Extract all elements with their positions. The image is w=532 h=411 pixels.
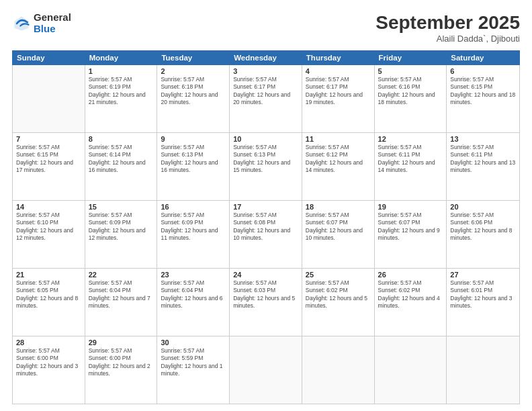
cal-header-friday: Friday bbox=[375, 51, 447, 64]
cal-header-sunday: Sunday bbox=[13, 51, 85, 64]
day-number: 2 bbox=[161, 67, 226, 75]
day-number: 16 bbox=[161, 203, 226, 211]
header: General Blue September 2025 Alaili Dadda… bbox=[12, 12, 520, 44]
day-number: 14 bbox=[16, 203, 81, 211]
cal-header-tuesday: Tuesday bbox=[157, 51, 230, 64]
cal-cell: 29Sunrise: 5:57 AM Sunset: 6:00 PM Dayli… bbox=[85, 336, 158, 404]
cal-cell: 8Sunrise: 5:57 AM Sunset: 6:14 PM Daylig… bbox=[85, 133, 158, 200]
day-number: 8 bbox=[89, 135, 154, 143]
day-info: Sunrise: 5:57 AM Sunset: 6:04 PM Dayligh… bbox=[89, 279, 154, 310]
cal-week-4: 21Sunrise: 5:57 AM Sunset: 6:05 PM Dayli… bbox=[13, 269, 519, 336]
day-info: Sunrise: 5:57 AM Sunset: 6:02 PM Dayligh… bbox=[378, 279, 443, 310]
cal-cell: 12Sunrise: 5:57 AM Sunset: 6:11 PM Dayli… bbox=[375, 133, 447, 200]
cal-cell: 14Sunrise: 5:57 AM Sunset: 6:10 PM Dayli… bbox=[13, 201, 85, 268]
title-block: September 2025 Alaili Dadda`, Djibouti bbox=[375, 12, 520, 44]
day-info: Sunrise: 5:57 AM Sunset: 6:02 PM Dayligh… bbox=[306, 279, 371, 310]
day-info: Sunrise: 5:57 AM Sunset: 6:18 PM Dayligh… bbox=[161, 76, 226, 107]
day-number: 13 bbox=[450, 135, 516, 143]
cal-header-thursday: Thursday bbox=[302, 51, 375, 64]
day-info: Sunrise: 5:57 AM Sunset: 6:13 PM Dayligh… bbox=[233, 144, 298, 175]
cal-week-3: 14Sunrise: 5:57 AM Sunset: 6:10 PM Dayli… bbox=[13, 201, 519, 269]
day-number: 7 bbox=[16, 135, 81, 143]
logo-icon bbox=[12, 14, 31, 33]
day-info: Sunrise: 5:57 AM Sunset: 6:06 PM Dayligh… bbox=[450, 212, 516, 242]
day-info: Sunrise: 5:57 AM Sunset: 6:15 PM Dayligh… bbox=[450, 76, 516, 107]
day-info: Sunrise: 5:57 AM Sunset: 6:05 PM Dayligh… bbox=[16, 279, 81, 310]
day-number: 27 bbox=[450, 271, 516, 279]
day-number: 30 bbox=[161, 338, 226, 347]
day-info: Sunrise: 5:57 AM Sunset: 6:13 PM Dayligh… bbox=[161, 144, 226, 175]
day-info: Sunrise: 5:57 AM Sunset: 6:01 PM Dayligh… bbox=[450, 279, 516, 310]
day-info: Sunrise: 5:57 AM Sunset: 6:15 PM Dayligh… bbox=[16, 144, 81, 175]
cal-cell: 22Sunrise: 5:57 AM Sunset: 6:04 PM Dayli… bbox=[85, 269, 158, 336]
cal-cell: 4Sunrise: 5:57 AM Sunset: 6:17 PM Daylig… bbox=[302, 65, 375, 132]
day-info: Sunrise: 5:57 AM Sunset: 5:59 PM Dayligh… bbox=[161, 347, 226, 378]
cal-cell: 16Sunrise: 5:57 AM Sunset: 6:09 PM Dayli… bbox=[157, 201, 230, 268]
day-info: Sunrise: 5:57 AM Sunset: 6:16 PM Dayligh… bbox=[378, 76, 443, 107]
day-number: 1 bbox=[89, 67, 154, 75]
cal-header-monday: Monday bbox=[85, 51, 158, 64]
day-number: 20 bbox=[450, 203, 516, 211]
cal-cell: 9Sunrise: 5:57 AM Sunset: 6:13 PM Daylig… bbox=[157, 133, 230, 200]
cal-cell: 20Sunrise: 5:57 AM Sunset: 6:06 PM Dayli… bbox=[447, 201, 519, 268]
day-info: Sunrise: 5:57 AM Sunset: 6:09 PM Dayligh… bbox=[161, 212, 226, 242]
cal-cell: 6Sunrise: 5:57 AM Sunset: 6:15 PM Daylig… bbox=[447, 65, 519, 132]
cal-cell bbox=[13, 65, 85, 132]
day-number: 3 bbox=[233, 67, 298, 75]
day-info: Sunrise: 5:57 AM Sunset: 6:09 PM Dayligh… bbox=[89, 212, 154, 242]
day-info: Sunrise: 5:57 AM Sunset: 6:11 PM Dayligh… bbox=[450, 144, 516, 175]
calendar-header-row: SundayMondayTuesdayWednesdayThursdayFrid… bbox=[12, 50, 520, 65]
cal-cell: 10Sunrise: 5:57 AM Sunset: 6:13 PM Dayli… bbox=[230, 133, 302, 200]
day-info: Sunrise: 5:57 AM Sunset: 6:04 PM Dayligh… bbox=[161, 279, 226, 310]
day-info: Sunrise: 5:57 AM Sunset: 6:03 PM Dayligh… bbox=[233, 279, 298, 310]
day-number: 29 bbox=[89, 338, 154, 347]
day-info: Sunrise: 5:57 AM Sunset: 6:12 PM Dayligh… bbox=[306, 144, 371, 175]
cal-cell bbox=[375, 336, 447, 404]
logo-text: General Blue bbox=[34, 12, 71, 34]
logo-general-text: General bbox=[34, 12, 71, 24]
cal-cell: 13Sunrise: 5:57 AM Sunset: 6:11 PM Dayli… bbox=[447, 133, 519, 200]
cal-cell: 30Sunrise: 5:57 AM Sunset: 5:59 PM Dayli… bbox=[157, 336, 230, 404]
calendar-subtitle: Alaili Dadda`, Djibouti bbox=[375, 34, 520, 44]
day-info: Sunrise: 5:57 AM Sunset: 6:19 PM Dayligh… bbox=[89, 76, 154, 107]
cal-cell: 26Sunrise: 5:57 AM Sunset: 6:02 PM Dayli… bbox=[375, 269, 447, 336]
page: General Blue September 2025 Alaili Dadda… bbox=[0, 0, 532, 411]
calendar-title: September 2025 bbox=[375, 12, 520, 34]
day-number: 26 bbox=[378, 271, 443, 279]
cal-cell: 3Sunrise: 5:57 AM Sunset: 6:17 PM Daylig… bbox=[230, 65, 302, 132]
day-number: 21 bbox=[16, 271, 81, 279]
day-number: 24 bbox=[233, 271, 298, 279]
cal-cell: 23Sunrise: 5:57 AM Sunset: 6:04 PM Dayli… bbox=[157, 269, 230, 336]
day-info: Sunrise: 5:57 AM Sunset: 6:14 PM Dayligh… bbox=[89, 144, 154, 175]
logo-blue-text: Blue bbox=[34, 24, 71, 35]
day-number: 9 bbox=[161, 135, 226, 143]
cal-header-wednesday: Wednesday bbox=[230, 51, 302, 64]
day-info: Sunrise: 5:57 AM Sunset: 6:07 PM Dayligh… bbox=[306, 212, 371, 242]
cal-cell: 2Sunrise: 5:57 AM Sunset: 6:18 PM Daylig… bbox=[157, 65, 230, 132]
calendar-body: 1Sunrise: 5:57 AM Sunset: 6:19 PM Daylig… bbox=[12, 65, 520, 404]
day-number: 12 bbox=[378, 135, 443, 143]
day-number: 23 bbox=[161, 271, 226, 279]
cal-week-1: 1Sunrise: 5:57 AM Sunset: 6:19 PM Daylig… bbox=[13, 65, 519, 133]
cal-header-saturday: Saturday bbox=[447, 51, 519, 64]
day-number: 5 bbox=[378, 67, 443, 75]
cal-cell: 5Sunrise: 5:57 AM Sunset: 6:16 PM Daylig… bbox=[375, 65, 447, 132]
cal-cell: 1Sunrise: 5:57 AM Sunset: 6:19 PM Daylig… bbox=[85, 65, 158, 132]
day-number: 4 bbox=[306, 67, 371, 75]
day-info: Sunrise: 5:57 AM Sunset: 6:17 PM Dayligh… bbox=[306, 76, 371, 107]
logo: General Blue bbox=[12, 12, 71, 34]
cal-cell: 11Sunrise: 5:57 AM Sunset: 6:12 PM Dayli… bbox=[302, 133, 375, 200]
calendar: SundayMondayTuesdayWednesdayThursdayFrid… bbox=[12, 50, 520, 404]
day-number: 6 bbox=[450, 67, 516, 75]
cal-cell: 7Sunrise: 5:57 AM Sunset: 6:15 PM Daylig… bbox=[13, 133, 85, 200]
day-info: Sunrise: 5:57 AM Sunset: 6:08 PM Dayligh… bbox=[233, 212, 298, 242]
cal-cell: 27Sunrise: 5:57 AM Sunset: 6:01 PM Dayli… bbox=[447, 269, 519, 336]
day-number: 11 bbox=[306, 135, 371, 143]
cal-cell: 15Sunrise: 5:57 AM Sunset: 6:09 PM Dayli… bbox=[85, 201, 158, 268]
day-info: Sunrise: 5:57 AM Sunset: 6:00 PM Dayligh… bbox=[89, 347, 154, 378]
cal-cell: 25Sunrise: 5:57 AM Sunset: 6:02 PM Dayli… bbox=[302, 269, 375, 336]
day-info: Sunrise: 5:57 AM Sunset: 6:11 PM Dayligh… bbox=[378, 144, 443, 175]
day-number: 15 bbox=[89, 203, 154, 211]
day-number: 17 bbox=[233, 203, 298, 211]
cal-week-5: 28Sunrise: 5:57 AM Sunset: 6:00 PM Dayli… bbox=[13, 336, 519, 404]
